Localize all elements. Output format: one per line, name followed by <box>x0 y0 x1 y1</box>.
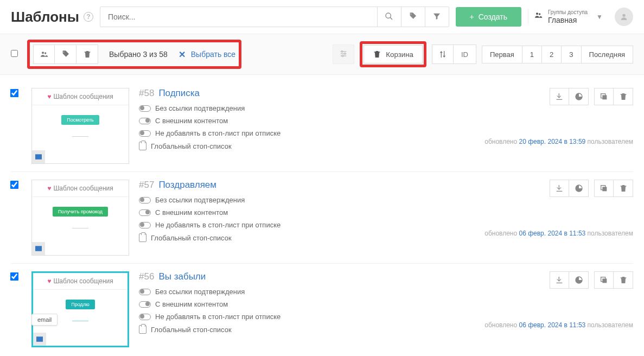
sort-icon <box>438 50 447 59</box>
row-checkbox[interactable] <box>10 272 19 281</box>
svg-rect-15 <box>602 187 607 191</box>
delete-button[interactable] <box>614 88 633 105</box>
search-input[interactable] <box>100 7 377 27</box>
download-button[interactable] <box>550 180 569 197</box>
clipboard-icon <box>139 233 146 242</box>
toggle-icon <box>139 314 151 320</box>
updated-line: обновлено 06 февр. 2024 в 11:53 пользова… <box>484 230 633 237</box>
thumb-header: ♥Шаблон сообщения <box>33 273 127 290</box>
template-thumbnail[interactable]: ♥Шаблон сообщения Получить промокод ────… <box>31 180 129 256</box>
bulk-tag-button[interactable] <box>55 44 76 64</box>
toggle-icon <box>139 118 151 124</box>
stats-button[interactable] <box>569 180 589 197</box>
plus-icon: + <box>470 12 474 21</box>
template-title-link[interactable]: Вы забыли <box>158 271 206 282</box>
avatar[interactable] <box>615 8 633 26</box>
sort-field-button[interactable]: ID <box>454 44 476 64</box>
toggle-icon <box>139 222 151 228</box>
clear-selection-button[interactable]: ✕ <box>178 49 186 60</box>
bulk-delete-button[interactable] <box>76 44 98 64</box>
flag-label: Без ссылки подтверждения <box>155 104 245 112</box>
copy-button[interactable] <box>594 180 614 197</box>
page-1[interactable]: 1 <box>522 46 542 63</box>
thumb-footer: ────── <box>32 226 129 230</box>
access-group-selector[interactable]: Группы доступа Главная ▼ <box>528 9 608 25</box>
select-all-link[interactable]: Выбрать все <box>191 50 235 59</box>
flag-label: Не добавлять в стоп-лист при отписке <box>155 221 280 229</box>
copy-button[interactable] <box>594 271 614 289</box>
page-first[interactable]: Первая <box>482 46 522 63</box>
download-button[interactable] <box>550 88 569 105</box>
flags: Без ссылки подтверждения С внешним конте… <box>139 104 475 150</box>
download-button[interactable] <box>550 271 569 289</box>
stats-button[interactable] <box>569 88 589 105</box>
template-title-link[interactable]: Поздравляем <box>158 180 216 190</box>
flag-label: С внешним контентом <box>155 208 228 217</box>
svg-point-2 <box>536 13 538 15</box>
copy-button[interactable] <box>594 88 614 105</box>
flags: Без ссылки подтверждения С внешним конте… <box>139 288 475 334</box>
access-value: Главная <box>548 16 588 25</box>
list-item: ♥Шаблон сообщения Получить промокод ────… <box>11 172 633 264</box>
clipboard-icon <box>139 325 146 334</box>
access-text: Группы доступа Главная <box>548 9 588 25</box>
bulk-actions-highlight: Выбрано 3 из 58 ✕ Выбрать все <box>27 40 241 69</box>
email-badge[interactable] <box>32 242 45 255</box>
select-all-checkbox[interactable] <box>11 50 18 57</box>
flags: Без ссылки подтверждения С внешним конте… <box>139 196 475 242</box>
tag-icon <box>61 50 70 59</box>
thumb-cta: Получить промокод <box>53 207 108 217</box>
svg-point-5 <box>42 52 44 54</box>
trash-button[interactable]: Корзина <box>364 45 423 63</box>
svg-point-4 <box>622 14 625 17</box>
email-badge[interactable] <box>32 150 45 163</box>
filters-toggle-button[interactable] <box>333 44 354 64</box>
template-thumbnail[interactable]: ♥Шаблон сообщения Посмотреть ────── <box>31 88 129 164</box>
row-checkbox[interactable] <box>10 89 19 98</box>
bulk-group-button[interactable] <box>33 44 55 64</box>
email-icon <box>35 335 44 344</box>
template-thumbnail[interactable]: ♥Шаблон сообщения Продлю ────── <box>31 271 129 347</box>
sort-direction-button[interactable] <box>432 44 454 64</box>
svg-point-6 <box>44 52 46 54</box>
tags-button[interactable] <box>401 7 425 27</box>
delete-button[interactable] <box>614 180 633 197</box>
pagination: Первая 1 2 3 Последняя <box>482 46 633 63</box>
download-icon <box>555 276 564 284</box>
bulk-action-group <box>33 44 98 64</box>
trash-icon <box>373 50 381 59</box>
svg-point-3 <box>539 14 540 15</box>
email-badge[interactable] <box>33 333 46 346</box>
help-icon[interactable]: ? <box>84 12 93 22</box>
svg-point-12 <box>342 55 344 56</box>
stats-button[interactable] <box>569 271 589 289</box>
page-last[interactable]: Последняя <box>582 46 633 63</box>
trash-icon <box>619 184 628 193</box>
template-title-link[interactable]: Подписка <box>158 88 200 99</box>
download-icon <box>555 184 564 193</box>
create-button[interactable]: + Создать <box>456 7 521 27</box>
row-content: #56 Вы забыли Без ссылки подтверждения С… <box>139 271 475 334</box>
updated-date: 06 февр. 2024 в 11:53 <box>519 230 586 237</box>
sliders-icon <box>339 49 348 58</box>
updated-date: 06 февр. 2024 в 11:53 <box>519 321 586 329</box>
page-2[interactable]: 2 <box>542 46 562 63</box>
sort-group: ID <box>432 44 476 64</box>
search-button[interactable] <box>377 7 401 27</box>
toggle-icon <box>139 289 151 295</box>
thumb-cta: Посмотреть <box>61 115 99 125</box>
heart-icon: ♥ <box>47 185 51 192</box>
toggle-icon <box>139 105 151 112</box>
filter-button[interactable] <box>425 7 449 27</box>
trash-label: Корзина <box>386 50 413 59</box>
copy-icon <box>600 92 608 101</box>
tag-icon <box>409 12 417 21</box>
flag-label: Глобальный стоп-список <box>151 142 232 150</box>
row-checkbox[interactable] <box>10 181 19 189</box>
chevron-down-icon: ▼ <box>596 13 603 21</box>
delete-button[interactable] <box>614 271 633 289</box>
page-3[interactable]: 3 <box>562 46 581 63</box>
header: Шаблоны ? + Создать Группы доступа Главн… <box>0 0 644 34</box>
selection-count: Выбрано 3 из 58 <box>109 50 168 59</box>
svg-rect-13 <box>602 95 607 99</box>
